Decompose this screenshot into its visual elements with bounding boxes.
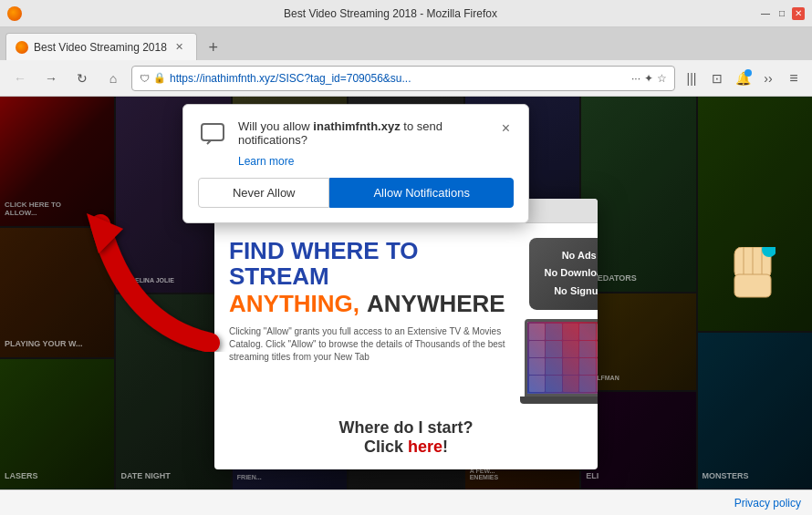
star-icon[interactable]: ☆ [657, 72, 667, 85]
status-bar: Privacy policy [0, 489, 812, 515]
url-bar[interactable]: 🛡 🔒 https://inathimfnth.xyz/SISC?tag_id=… [131, 66, 675, 91]
toolbar-icons: ||| ⊡ 🔔 ›› ≡ [681, 67, 805, 89]
tab-close-button[interactable]: ✕ [172, 40, 187, 55]
anything-label: ANYTHING, [229, 290, 359, 318]
notification-bell[interactable]: 🔔 [732, 67, 754, 89]
new-tab-button[interactable]: + [201, 35, 226, 60]
notification-popup: Will you allow inathimfnth.xyz to send n… [182, 104, 529, 223]
website-message-right: No Ads No Downloads No Signup [520, 237, 598, 403]
synced-tabs-icon[interactable]: ⊡ [706, 67, 728, 89]
popup-question: Will you allow inathimfnth.xyz to send n… [238, 119, 487, 147]
lock-icon: 🔒 [153, 72, 166, 84]
never-allow-button[interactable]: Never Allow [198, 178, 329, 208]
anywhere-label: ANYWHERE [367, 290, 505, 318]
website-message-popup: Website Message FIND WHERE TO STREAM ANY… [214, 198, 598, 469]
extensions-icon[interactable]: ›› [757, 67, 779, 89]
laptop-screen [527, 322, 598, 394]
svg-rect-7 [202, 124, 224, 140]
url-text: https://inathimfnth.xyz/SISC?tag_id=7090… [170, 72, 628, 85]
notification-dot [744, 69, 752, 77]
popup-domain: inathimfnth.xyz [313, 119, 400, 133]
popup-header: Will you allow inathimfnth.xyz to send n… [198, 119, 514, 169]
popup-body: Will you allow inathimfnth.xyz to send n… [238, 119, 487, 169]
title-bar: Best Video Streaming 2018 - Mozilla Fire… [0, 0, 812, 27]
popup-close-button[interactable]: × [498, 119, 514, 138]
title-bar-controls [7, 6, 22, 21]
allow-notifications-button[interactable]: Allow Notifications [329, 178, 514, 208]
popup-buttons: Never Allow Allow Notifications [198, 178, 514, 208]
website-message-left: FIND WHERE TO STREAM ANYTHING, ANYWHERE … [229, 237, 505, 403]
bookmark-icon[interactable]: ✦ [644, 72, 653, 85]
back-button[interactable]: ← [7, 66, 33, 91]
tab-bar: Best Video Streaming 2018 ✕ + [0, 27, 812, 60]
reload-button[interactable]: ↻ [69, 66, 95, 91]
privacy-policy-link[interactable]: Privacy policy [734, 497, 801, 510]
firefox-icon [7, 6, 22, 21]
tab-title: Best Video Streaming 2018 [34, 41, 167, 54]
here-link[interactable]: here [408, 438, 442, 456]
website-message-bottom: Where do I start? Click here! [214, 418, 598, 469]
learn-more-link[interactable]: Learn more [238, 155, 294, 168]
maximize-button[interactable]: □ [776, 7, 788, 20]
website-message-body: FIND WHERE TO STREAM ANYTHING, ANYWHERE … [214, 222, 598, 417]
home-button[interactable]: ⌂ [100, 66, 126, 91]
library-icon[interactable]: ||| [681, 67, 703, 89]
close-button[interactable]: ✕ [792, 7, 805, 20]
laptop-base [520, 397, 598, 404]
address-bar: ← → ↻ ⌂ 🛡 🔒 https://inathimfnth.xyz/SISC… [0, 60, 812, 97]
url-bar-icons: ··· ✦ ☆ [631, 72, 667, 85]
active-tab[interactable]: Best Video Streaming 2018 ✕ [5, 33, 197, 60]
no-ads-badge: No Ads No Downloads No Signup [529, 237, 598, 309]
shield-icon: 🛡 [140, 73, 150, 84]
stream-title-line1: FIND WHERE TO STREAM [229, 237, 505, 289]
forward-button[interactable]: → [38, 66, 64, 91]
chat-bubble-icon [198, 119, 227, 149]
tab-favicon [16, 41, 28, 54]
page-content: CLICK HERE TOALLOW... playing your w... … [0, 97, 812, 489]
website-message-description: Clicking "Allow" grants you full access … [229, 325, 505, 364]
laptop-image [525, 319, 598, 397]
minimize-button[interactable]: — [759, 7, 772, 20]
window-title: Best Video Streaming 2018 - Mozilla Fire… [22, 7, 759, 20]
more-icon[interactable]: ··· [631, 72, 640, 85]
hamburger-menu-icon[interactable]: ≡ [783, 67, 805, 89]
